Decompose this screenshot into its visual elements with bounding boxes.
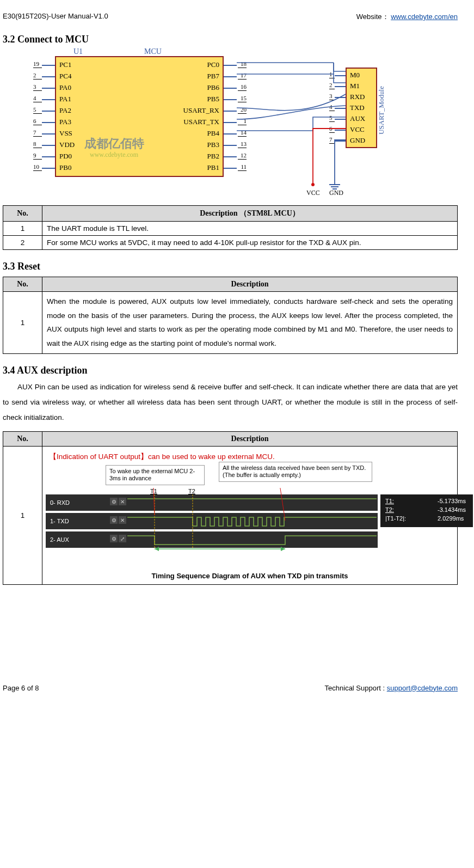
th-desc: Description （STM8L MCU） bbox=[42, 206, 458, 222]
callout-empty: All the wireless data received have been… bbox=[219, 462, 372, 482]
svg-text:✕: ✕ bbox=[120, 499, 125, 505]
scope-area: To wake up the external MCU 2-3ms in adv… bbox=[46, 465, 454, 569]
mcu-right-num: 18 bbox=[241, 60, 247, 67]
mcu-right-num: 11 bbox=[241, 163, 247, 170]
module-pin-num: 7 bbox=[329, 136, 333, 143]
mcu-right-num: 14 bbox=[241, 129, 247, 136]
callout-wake: To wake up the external MCU 2-3ms in adv… bbox=[106, 465, 205, 486]
svg-text:⚙: ⚙ bbox=[112, 536, 116, 542]
td-timing: 【Indication of UART output】can be used t… bbox=[42, 446, 458, 584]
mcu-left-num: 6 bbox=[33, 118, 36, 124]
mcu-left-num: 2 bbox=[33, 72, 36, 78]
svg-text:⤢: ⤢ bbox=[120, 536, 125, 542]
svg-text:1-  TXD: 1- TXD bbox=[50, 518, 69, 524]
heading-3-2: 3.2 Connect to MCU bbox=[3, 34, 458, 45]
page-number: Page 6 of 8 bbox=[3, 684, 39, 692]
td-no: 1 bbox=[3, 222, 42, 236]
mcu-left-num: 19 bbox=[33, 60, 39, 67]
td-no: 1 bbox=[3, 292, 42, 354]
th-no: No. bbox=[3, 431, 42, 446]
mcu-right-pin: PB6 bbox=[207, 83, 219, 92]
module-pin-num: 6 bbox=[329, 125, 333, 132]
module-pin: VCC bbox=[350, 125, 365, 134]
timing-caption: Timing Sequence Diagram of AUX when TXD … bbox=[46, 572, 454, 580]
aux-description-paragraph: AUX Pin can be used as indication for wi… bbox=[3, 380, 458, 426]
page-header: E30(915T20S)-User Manual-V1.0 Website： w… bbox=[3, 11, 458, 23]
label-u1: U1 bbox=[73, 47, 83, 56]
watermark-url: www.cdebyte.com bbox=[90, 151, 138, 159]
mcu-right-num: 13 bbox=[241, 140, 247, 147]
module-pin: M1 bbox=[350, 82, 360, 90]
gnd-label: GND bbox=[329, 189, 343, 197]
doc-title: E30(915T20S)-User Manual-V1.0 bbox=[3, 12, 108, 22]
module-chip: M01M12RXD3TXD4AUX5VCC6GND7 USART_Module bbox=[346, 68, 377, 148]
mcu-left-pin: PC4 bbox=[59, 72, 71, 81]
mcu-left-pin: PD0 bbox=[59, 152, 72, 161]
heading-3-4: 3.4 AUX description bbox=[3, 365, 458, 376]
svg-text:⚙: ⚙ bbox=[112, 517, 116, 523]
website: Website： www.cdebyte.com/en bbox=[356, 12, 458, 22]
mcu-connection-diagram: U1 MCU PC119PC42PA03PA14PA25PA36VSS7VDD8… bbox=[8, 48, 411, 195]
mcu-left-pin: PA2 bbox=[59, 106, 71, 115]
mcu-right-pin: PB4 bbox=[207, 129, 219, 138]
td-desc: When the module is powered, AUX outputs … bbox=[42, 292, 458, 354]
mcu-right-pin: USART_RX bbox=[183, 106, 219, 115]
module-pin: TXD bbox=[350, 103, 365, 112]
label-mcu: MCU bbox=[144, 47, 162, 56]
module-pin-num: 1 bbox=[329, 71, 333, 77]
module-pin-num: 5 bbox=[329, 114, 333, 121]
mcu-left-pin: VDD bbox=[59, 140, 75, 149]
mcu-left-pin: PA1 bbox=[59, 95, 71, 103]
mcu-right-pin: PB5 bbox=[207, 95, 219, 103]
svg-text:T2:: T2: bbox=[385, 506, 394, 513]
svg-rect-4 bbox=[46, 494, 378, 511]
module-pin-num: 2 bbox=[329, 82, 333, 88]
svg-point-0 bbox=[311, 183, 315, 186]
mcu-right-pin: PB1 bbox=[207, 163, 219, 172]
mcu-left-num: 3 bbox=[33, 83, 36, 90]
watermark-cn: 成都亿佰特 bbox=[84, 136, 144, 152]
th-no: No. bbox=[3, 206, 42, 222]
table-stm8l-desc: No. Description （STM8L MCU） 1The UART mo… bbox=[3, 205, 458, 250]
svg-text:-3.1434ms: -3.1434ms bbox=[438, 506, 466, 513]
mcu-left-num: 5 bbox=[33, 106, 36, 113]
mcu-right-num: 1 bbox=[244, 118, 247, 124]
svg-text:✕: ✕ bbox=[120, 517, 125, 523]
support: Technical Support : support@cdebyte.com bbox=[325, 684, 458, 692]
module-pin: RXD bbox=[350, 93, 365, 101]
support-link[interactable]: support@cdebyte.com bbox=[387, 684, 458, 692]
mcu-right-num: 20 bbox=[241, 106, 247, 113]
uart-indication: 【Indication of UART output】can be used t… bbox=[49, 452, 454, 462]
module-pin-num: 4 bbox=[329, 103, 333, 110]
svg-text:T1:: T1: bbox=[385, 498, 394, 504]
svg-text:2-  AUX: 2- AUX bbox=[50, 536, 70, 543]
module-pin: AUX bbox=[350, 114, 365, 123]
mcu-right-num: 15 bbox=[241, 95, 247, 101]
svg-rect-5 bbox=[46, 513, 378, 529]
mcu-left-num: 9 bbox=[33, 152, 36, 158]
mcu-right-num: 12 bbox=[241, 152, 247, 158]
mcu-left-pin: PB0 bbox=[59, 163, 71, 172]
svg-text:⚙: ⚙ bbox=[112, 499, 116, 505]
mcu-left-num: 7 bbox=[33, 129, 36, 136]
mcu-left-pin: VSS bbox=[59, 129, 72, 138]
table-reset: No. Description 1When the module is powe… bbox=[3, 277, 458, 354]
mcu-left-pin: PA0 bbox=[59, 83, 71, 92]
mcu-left-num: 10 bbox=[33, 163, 39, 170]
th-desc: Description bbox=[42, 277, 458, 292]
mcu-left-pin: PA3 bbox=[59, 118, 71, 126]
mcu-right-pin: USART_TX bbox=[183, 118, 219, 126]
vcc-label: VCC bbox=[306, 189, 320, 197]
svg-text:T2: T2 bbox=[188, 488, 195, 494]
mcu-right-num: 17 bbox=[241, 72, 247, 78]
svg-text:0-  RXD: 0- RXD bbox=[50, 499, 70, 506]
td-no: 2 bbox=[3, 236, 42, 250]
mcu-right-pin: PB3 bbox=[207, 140, 219, 149]
mcu-left-num: 4 bbox=[33, 95, 36, 101]
th-no: No. bbox=[3, 277, 42, 292]
website-link[interactable]: www.cdebyte.com/en bbox=[391, 13, 458, 21]
mcu-left-pin: PC1 bbox=[59, 60, 71, 69]
svg-rect-6 bbox=[46, 531, 378, 548]
mcu-right-num: 16 bbox=[241, 83, 247, 90]
th-desc: Description bbox=[42, 431, 458, 446]
